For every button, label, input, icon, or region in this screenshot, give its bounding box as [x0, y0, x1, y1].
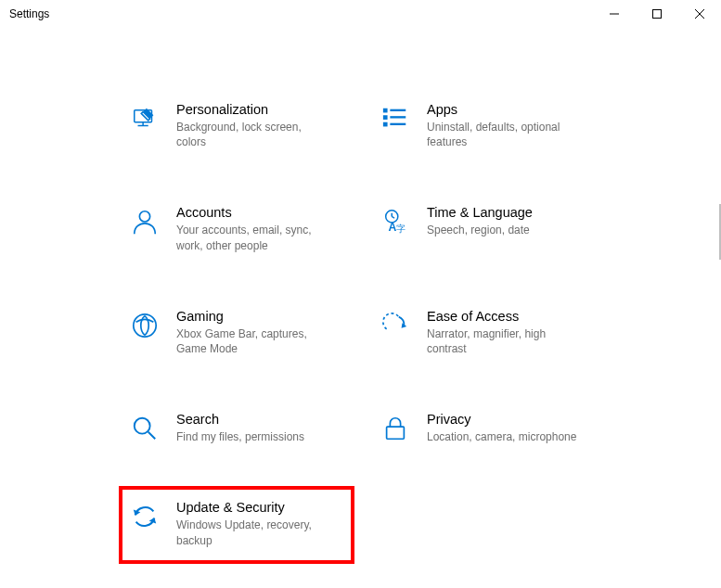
ease-of-access-icon [380, 311, 410, 340]
gaming-icon [130, 311, 160, 340]
tile-desc: Narrator, magnifier, high contrast [427, 326, 585, 356]
tile-desc: Windows Update, recovery, backup [176, 518, 334, 547]
svg-rect-9 [383, 122, 388, 127]
svg-point-13 [139, 211, 149, 222]
tile-desc: Your accounts, email, sync, work, other … [176, 223, 334, 252]
tile-title: Ease of Access [427, 309, 585, 324]
settings-content: Personalization Background, lock screen,… [0, 28, 721, 548]
svg-text:字: 字 [396, 224, 406, 235]
tile-personalization[interactable]: Personalization Background, lock screen,… [130, 102, 362, 149]
svg-line-16 [392, 217, 394, 219]
tile-gaming[interactable]: Gaming Xbox Game Bar, captures, Game Mod… [130, 309, 362, 356]
tile-desc: Location, camera, microphone [427, 429, 576, 444]
tile-title: Search [176, 412, 304, 427]
tile-search[interactable]: Search Find my files, permissions [130, 412, 362, 444]
search-icon [130, 414, 160, 443]
tile-update-security[interactable]: Update & Security Windows Update, recove… [130, 500, 362, 547]
tile-desc: Find my files, permissions [176, 429, 304, 444]
svg-rect-7 [383, 109, 388, 113]
svg-rect-10 [390, 109, 406, 111]
tile-title: Apps [427, 102, 585, 117]
tile-accounts[interactable]: Accounts Your accounts, email, sync, wor… [130, 205, 362, 252]
svg-point-19 [134, 314, 156, 337]
svg-rect-12 [390, 123, 406, 125]
tile-title: Privacy [427, 412, 576, 427]
window-title: Settings [9, 7, 49, 20]
apps-icon [380, 104, 410, 134]
tile-desc: Background, lock screen, colors [176, 120, 334, 149]
time-language-icon: A 字 [380, 207, 410, 236]
tile-ease-of-access[interactable]: Ease of Access Narrator, magnifier, high… [380, 309, 612, 356]
personalization-icon [130, 104, 160, 134]
tile-title: Accounts [176, 205, 334, 220]
tile-desc: Uninstall, defaults, optional features [427, 120, 585, 149]
tile-title: Gaming [176, 309, 334, 324]
svg-point-21 [135, 418, 150, 434]
tile-desc: Xbox Game Bar, captures, Game Mode [176, 326, 334, 356]
minimize-button[interactable] [593, 0, 636, 28]
tile-title: Personalization [176, 102, 334, 117]
maximize-button[interactable] [636, 0, 678, 28]
settings-grid: Personalization Background, lock screen,… [130, 102, 721, 548]
tile-title: Time & Language [427, 205, 533, 220]
tile-privacy[interactable]: Privacy Location, camera, microphone [380, 412, 612, 444]
tile-title: Update & Security [176, 500, 334, 515]
privacy-icon [380, 414, 410, 443]
svg-rect-8 [383, 115, 388, 120]
window-controls [593, 0, 721, 27]
tile-desc: Speech, region, date [427, 223, 533, 237]
svg-rect-1 [653, 10, 662, 19]
titlebar: Settings [0, 0, 721, 28]
svg-line-22 [148, 432, 156, 440]
svg-rect-23 [387, 427, 405, 439]
accounts-icon [130, 207, 160, 236]
tile-time-language[interactable]: A 字 Time & Language Speech, region, date [380, 205, 612, 252]
update-security-icon [130, 502, 160, 531]
tile-apps[interactable]: Apps Uninstall, defaults, optional featu… [380, 102, 612, 149]
svg-rect-11 [390, 116, 406, 118]
close-button[interactable] [678, 0, 721, 28]
